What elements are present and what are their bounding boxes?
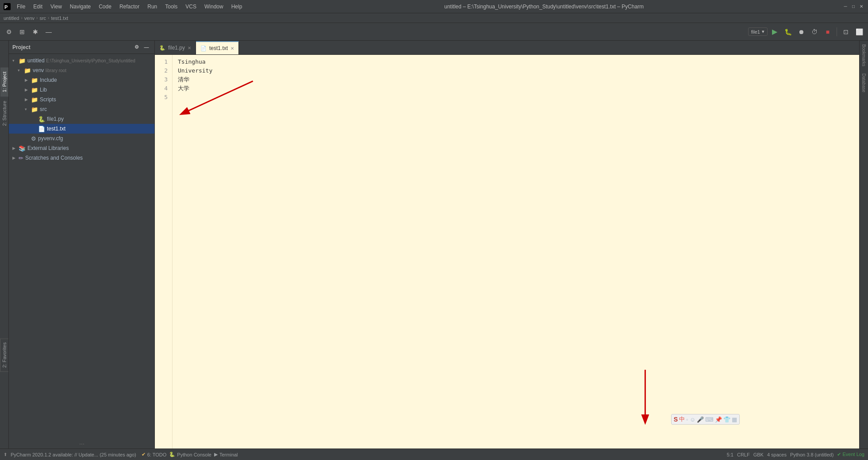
encoding[interactable]: GBK (753, 452, 764, 457)
tree-item-scratches[interactable]: ▶ ✏ Scratches and Consoles (9, 153, 154, 163)
tab-file1py-close[interactable]: ✕ (188, 46, 191, 50)
tab-test1txt[interactable]: 📄 test1.txt ✕ (196, 41, 239, 54)
toolbar-right: file1 ▾ ▶ 🐛 ⏺ ⏱ ■ ⊡ ⬜ (748, 26, 865, 38)
ime-menu-icon[interactable]: ▦ (732, 416, 737, 423)
code-line-5 (178, 93, 854, 102)
event-log[interactable]: ✔ Event Log (837, 452, 864, 457)
tree-item-untitled[interactable]: ▾ 📁 untitled E:\Tsinghua_University\Pyth… (9, 56, 154, 65)
menu-edit[interactable]: Edit (30, 3, 46, 11)
layout2-btn[interactable]: ⊡ (840, 26, 852, 38)
project-collapse-icon[interactable]: — (142, 43, 151, 52)
tree-item-src[interactable]: ▾ 📁 src (9, 104, 154, 114)
minimize-button[interactable]: ─ (842, 4, 849, 10)
indent-settings[interactable]: 4 spaces (767, 452, 787, 457)
ime-skin-icon[interactable]: 👕 (723, 416, 730, 423)
toolbar: ⚙ ⊞ ✱ — file1 ▾ ▶ 🐛 ⏺ ⏱ ■ ⊡ ⬜ (0, 23, 868, 41)
tree-item-test1txt[interactable]: ▶ 📄 test1.txt (9, 124, 154, 134)
favorites-tab[interactable]: 2: Favorites (0, 338, 8, 372)
tree-item-pyvenv[interactable]: ▶ ⚙ pyvenv.cfg (9, 134, 154, 143)
tab-py-icon: 🐍 (159, 45, 165, 51)
ime-chinese-icon[interactable]: 中 (679, 415, 685, 423)
python-console-tab[interactable]: 🐍 Python Console (169, 452, 211, 457)
breadcrumb-file[interactable]: test1.txt (51, 15, 68, 21)
breadcrumb-src[interactable]: src (39, 15, 46, 21)
code-line-3: 清华 (178, 75, 854, 84)
project-panel: Project ⚙ — ▾ 📁 untitled E:\Tsinghua_Uni… (9, 41, 155, 448)
tree-label-include: Include (40, 77, 57, 83)
profile-button[interactable]: ⏱ (808, 26, 821, 38)
minus-btn[interactable]: — (42, 26, 55, 38)
project-tab[interactable]: 1: Project (0, 67, 8, 96)
tree-label-scripts: Scripts (40, 96, 56, 103)
tree-label-venv: venv library root (33, 67, 66, 73)
menu-help[interactable]: Help (228, 3, 246, 11)
project-header-icons: ⚙ — (132, 43, 151, 52)
panel-resize-handle[interactable]: ⋯ (9, 440, 154, 448)
tree-item-scripts[interactable]: ▶ 📁 Scripts (9, 95, 154, 104)
ime-mic-icon[interactable]: 🎤 (697, 416, 704, 423)
tree-item-file1py[interactable]: ▶ 🐍 file1.py (9, 114, 154, 124)
editor-area[interactable]: 1 2 3 4 5 Tsinghua University 清华 大学 (155, 55, 859, 448)
menu-view[interactable]: View (47, 3, 65, 11)
svg-text:P: P (4, 4, 8, 10)
bookmarks-tab[interactable]: Bookmarks (860, 41, 867, 70)
ime-emoji-icon[interactable]: ☺ (690, 416, 695, 423)
cursor-position[interactable]: 5:1 (727, 452, 734, 457)
event-log-label: Event Log (842, 452, 864, 457)
tree-item-venv[interactable]: ▾ 📁 venv library root (9, 65, 154, 75)
chevron-down-icon: ▾ (762, 29, 764, 34)
tree-label-file1py: file1.py (47, 116, 64, 122)
todo-label: 6: TODO (147, 452, 167, 457)
menu-file[interactable]: File (13, 3, 29, 11)
todo-tab[interactable]: ✔ 6: TODO (142, 452, 167, 457)
update-message[interactable]: PyCharm 2020.1.2 available: // Update...… (11, 452, 136, 457)
ime-pin-icon[interactable]: 📌 (715, 416, 722, 423)
menu-tools[interactable]: Tools (161, 3, 181, 11)
tab-file1py[interactable]: 🐍 file1.py ✕ (155, 41, 196, 54)
code-content[interactable]: Tsinghua University 清华 大学 (173, 55, 859, 448)
tab-test1txt-close[interactable]: ✕ (230, 46, 234, 51)
menu-run[interactable]: Run (144, 3, 161, 11)
run-config-selector[interactable]: file1 ▾ (748, 27, 768, 36)
database-tab[interactable]: Database (860, 70, 867, 96)
tree-item-lib[interactable]: ▶ 📁 Lib (9, 85, 154, 95)
menu-navigate[interactable]: Navigate (66, 3, 94, 11)
line-endings[interactable]: CRLF (737, 452, 750, 457)
stop-button[interactable]: ■ (822, 26, 834, 38)
terminal-icon: ▶ (214, 452, 218, 457)
project-settings-icon[interactable]: ⚙ (132, 43, 141, 52)
maximize-button[interactable]: □ (850, 4, 856, 10)
python-console-icon: 🐍 (169, 452, 175, 457)
terminal-tab[interactable]: ▶ Terminal (214, 452, 238, 457)
window-controls[interactable]: ─ □ ✕ (842, 4, 864, 10)
ime-dot-icon[interactable]: ◦ (686, 416, 688, 423)
tree-item-extlibs[interactable]: ▶ 📚 External Libraries (9, 143, 154, 153)
structure-tab[interactable]: 2: Structure (0, 96, 8, 130)
menu-refactor[interactable]: Refactor (116, 3, 143, 11)
expand-arrow-lib: ▶ (25, 88, 29, 92)
menu-bar[interactable]: File Edit View Navigate Code Refactor Ru… (13, 3, 246, 11)
coverage-button[interactable]: ⏺ (795, 26, 807, 38)
ime-keyboard-icon[interactable]: ⌨ (705, 416, 714, 423)
layout-btn[interactable]: ⊞ (16, 26, 28, 38)
python-version[interactable]: Python 3.8 (untitled) (790, 452, 833, 457)
title-bar: P File Edit View Navigate Code Refactor … (0, 0, 868, 13)
status-bar: ⬆ PyCharm 2020.1.2 available: // Update.… (0, 448, 868, 460)
menu-window[interactable]: Window (201, 3, 227, 11)
code-line-1: Tsinghua (178, 58, 854, 66)
close-button[interactable]: ✕ (858, 4, 864, 10)
tree-item-include[interactable]: ▶ 📁 Include (9, 75, 154, 85)
breadcrumb-venv[interactable]: venv (24, 15, 35, 21)
tree-label-scratches: Scratches and Consoles (25, 155, 83, 161)
collapse-btn[interactable]: ⬜ (853, 26, 865, 38)
menu-vcs[interactable]: VCS (182, 3, 200, 11)
project-title: Project (12, 44, 31, 50)
settings-btn[interactable]: ⚙ (3, 26, 15, 38)
tab-txt-icon: 📄 (200, 46, 207, 51)
ime-sogou-icon[interactable]: S (674, 416, 678, 423)
run-button[interactable]: ▶ (768, 26, 781, 38)
breadcrumb-untitled[interactable]: untitled (4, 15, 19, 21)
menu-code[interactable]: Code (95, 3, 115, 11)
gear-btn[interactable]: ✱ (29, 26, 42, 38)
debug-button[interactable]: 🐛 (782, 26, 794, 38)
